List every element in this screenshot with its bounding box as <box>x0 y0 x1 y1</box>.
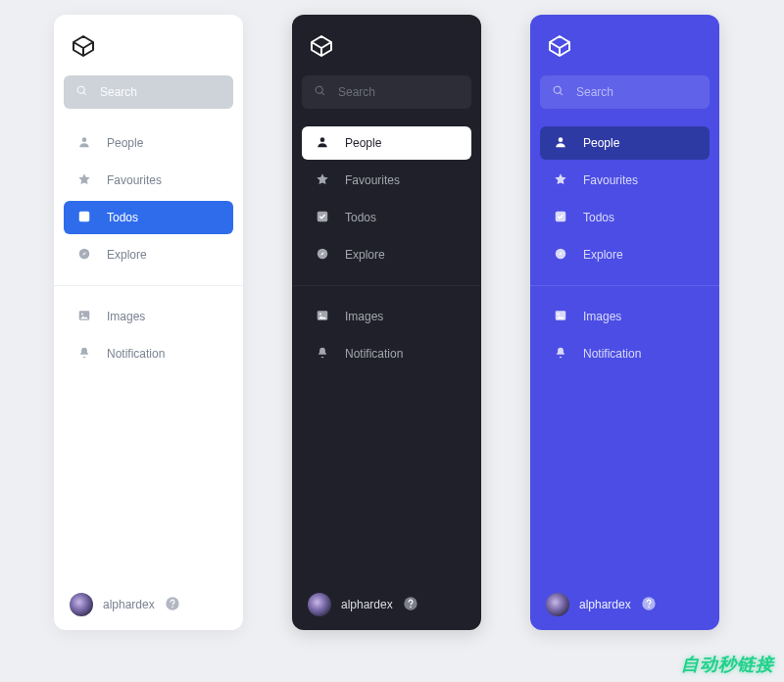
nav-images[interactable]: Images <box>540 300 710 333</box>
logo-icon[interactable] <box>310 34 333 58</box>
nav-people[interactable]: People <box>302 126 471 160</box>
nav-people[interactable]: People <box>540 126 710 160</box>
search-input[interactable]: Search <box>302 75 471 109</box>
nav-people[interactable]: People <box>64 126 233 160</box>
nav-label: Todos <box>345 211 376 224</box>
divider <box>530 285 719 286</box>
nav-favourites[interactable]: Favourites <box>540 164 710 197</box>
nav-label: Favourites <box>107 173 162 187</box>
avatar[interactable] <box>546 593 569 616</box>
logo-icon[interactable] <box>72 34 95 58</box>
sidebar-blue: Search People Favourites Todos Explore I… <box>530 15 719 630</box>
avatar[interactable] <box>308 593 331 616</box>
avatar[interactable] <box>70 593 93 616</box>
star-icon <box>77 172 91 189</box>
image-icon <box>554 309 567 325</box>
checkbox-icon <box>316 210 329 226</box>
nav-todos[interactable]: Todos <box>64 201 233 234</box>
search-placeholder: Search <box>338 85 375 99</box>
nav-favourites[interactable]: Favourites <box>64 164 233 197</box>
nav-images[interactable]: Images <box>302 300 471 333</box>
bell-icon <box>77 346 91 363</box>
divider <box>54 285 243 286</box>
nav-label: Images <box>583 310 621 323</box>
person-icon <box>77 135 91 152</box>
checkbox-icon <box>77 210 91 226</box>
image-icon <box>316 309 329 325</box>
sidebar-light: Search People Favourites Todos Explore I… <box>54 15 243 630</box>
search-placeholder: Search <box>576 85 613 99</box>
nav-todos[interactable]: Todos <box>540 201 710 234</box>
sidebar-dark: Search People Favourites Todos Explore I… <box>292 15 481 630</box>
footer: alphardex <box>292 593 481 616</box>
nav-label: Notification <box>345 347 403 361</box>
username: alphardex <box>579 598 631 611</box>
star-icon <box>554 172 567 189</box>
nav-label: Notification <box>107 347 165 361</box>
username: alphardex <box>103 598 155 611</box>
footer: alphardex <box>530 593 719 616</box>
nav-notification[interactable]: Notification <box>540 337 710 370</box>
nav-label: People <box>107 136 143 150</box>
nav-label: Explore <box>583 248 623 262</box>
image-icon <box>77 309 91 325</box>
search-icon <box>75 84 88 100</box>
nav-label: Images <box>107 310 145 323</box>
nav-explore[interactable]: Explore <box>302 238 471 271</box>
bell-icon <box>316 346 329 363</box>
person-icon <box>316 135 329 152</box>
username: alphardex <box>341 598 393 611</box>
nav-label: Explore <box>107 248 147 262</box>
bell-icon <box>554 346 567 363</box>
nav-notification[interactable]: Notification <box>302 337 471 370</box>
compass-icon <box>554 247 567 264</box>
nav-primary: People Favourites Todos Explore <box>54 124 243 273</box>
person-icon <box>554 135 567 152</box>
nav-label: Favourites <box>583 173 638 187</box>
nav-todos[interactable]: Todos <box>302 201 471 234</box>
nav-secondary: Images Notification <box>530 298 719 372</box>
nav-label: Todos <box>107 211 138 224</box>
nav-label: Explore <box>345 248 385 262</box>
help-icon[interactable] <box>641 596 657 614</box>
nav-explore[interactable]: Explore <box>540 238 710 271</box>
nav-label: Favourites <box>345 173 400 187</box>
nav-images[interactable]: Images <box>64 300 233 333</box>
checkbox-icon <box>554 210 567 226</box>
search-input[interactable]: Search <box>540 75 710 109</box>
nav-secondary: Images Notification <box>54 298 243 372</box>
search-icon <box>552 84 564 100</box>
logo-icon[interactable] <box>548 34 571 58</box>
nav-primary: People Favourites Todos Explore <box>530 124 719 273</box>
search-placeholder: Search <box>100 85 137 99</box>
nav-label: Todos <box>583 211 614 224</box>
nav-favourites[interactable]: Favourites <box>302 164 471 197</box>
nav-explore[interactable]: Explore <box>64 238 233 271</box>
nav-label: People <box>583 136 619 150</box>
nav-secondary: Images Notification <box>292 298 481 372</box>
nav-primary: People Favourites Todos Explore <box>292 124 481 273</box>
nav-label: People <box>345 136 381 150</box>
divider <box>292 285 481 286</box>
footer: alphardex <box>54 593 243 616</box>
watermark-text: 自动秒链接 <box>681 653 774 676</box>
nav-label: Images <box>345 310 383 323</box>
nav-notification[interactable]: Notification <box>64 337 233 370</box>
compass-icon <box>77 247 91 264</box>
star-icon <box>316 172 329 189</box>
help-icon[interactable] <box>403 596 418 614</box>
search-input[interactable]: Search <box>64 75 233 109</box>
compass-icon <box>316 247 329 264</box>
help-icon[interactable] <box>165 596 180 614</box>
search-icon <box>314 84 326 100</box>
nav-label: Notification <box>583 347 641 361</box>
